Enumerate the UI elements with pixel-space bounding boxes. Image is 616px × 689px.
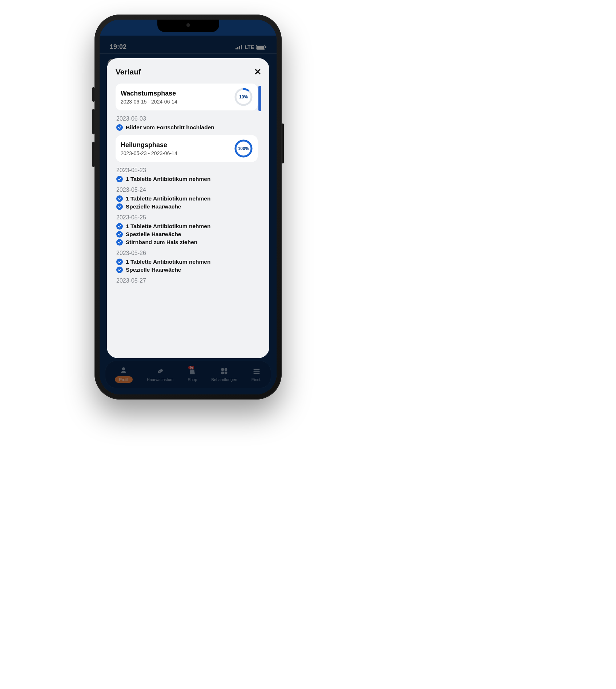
- task-label: Bilder vom Fortschritt hochladen: [126, 124, 214, 131]
- day-date: 2023-06-03: [116, 115, 258, 122]
- close-icon: ✕: [254, 67, 261, 77]
- check-icon: [116, 259, 123, 265]
- volume-button: [92, 87, 94, 102]
- day-date: 2023-05-23: [116, 167, 258, 174]
- task-row[interactable]: Spezielle Haarwäche: [116, 267, 258, 273]
- notch: [157, 20, 219, 32]
- modal-body[interactable]: Wachstumsphase 2023-06-15 - 2024-06-14 1…: [116, 84, 263, 354]
- scrollbar-thumb[interactable]: [258, 86, 261, 111]
- day-date: 2023-05-27: [116, 277, 258, 284]
- task-label: 1 Tablette Antibiotikum nehmen: [126, 176, 210, 182]
- phase-name: Wachstumsphase: [121, 90, 177, 97]
- day-date: 2023-05-26: [116, 250, 258, 256]
- task-row[interactable]: Stirnband zum Hals ziehen: [116, 239, 258, 246]
- volume-button: [92, 109, 94, 134]
- task-row[interactable]: Bilder vom Fortschritt hochladen: [116, 124, 258, 131]
- task-label: 1 Tablette Antibiotikum nehmen: [126, 195, 210, 202]
- task-row[interactable]: 1 Tablette Antibiotikum nehmen: [116, 223, 258, 230]
- day-block: 2023-05-26 1 Tablette Antibiotikum nehme…: [116, 250, 258, 273]
- check-icon: [116, 203, 123, 210]
- phase-info: Heilungsphase 2023-05-23 - 2023-06-14: [121, 141, 177, 156]
- task-label: 1 Tablette Antibiotikum nehmen: [126, 259, 210, 265]
- screen: 19:02 LTE: [100, 20, 277, 394]
- task-row[interactable]: 1 Tablette Antibiotikum nehmen: [116, 195, 258, 202]
- phase-dates: 2023-05-23 - 2023-06-14: [121, 150, 177, 156]
- volume-button: [92, 142, 94, 167]
- day-block: 2023-05-25 1 Tablette Antibiotikum nehme…: [116, 214, 258, 246]
- task-label: 1 Tablette Antibiotikum nehmen: [126, 223, 210, 230]
- task-label: Spezielle Haarwäche: [126, 203, 181, 210]
- task-row[interactable]: 1 Tablette Antibiotikum nehmen: [116, 176, 258, 182]
- check-icon: [116, 195, 123, 202]
- day-block: 2023-05-24 1 Tablette Antibiotikum nehme…: [116, 187, 258, 210]
- task-label: Spezielle Haarwäche: [126, 267, 181, 273]
- check-icon: [116, 176, 123, 182]
- check-icon: [116, 223, 123, 230]
- task-label: Spezielle Haarwäche: [126, 231, 181, 238]
- phase-card[interactable]: Wachstumsphase 2023-06-15 - 2024-06-14 1…: [116, 84, 258, 110]
- progress-label: 100%: [234, 139, 253, 158]
- close-button[interactable]: ✕: [253, 67, 263, 77]
- modal-header: Verlauf ✕: [116, 67, 263, 77]
- day-block: 2023-05-27: [116, 277, 258, 284]
- progress-ring: 100%: [234, 139, 253, 158]
- day-date: 2023-05-25: [116, 214, 258, 221]
- day-block: 2023-05-23 1 Tablette Antibiotikum nehme…: [116, 167, 258, 182]
- progress-ring: 10%: [234, 88, 253, 106]
- progress-label: 10%: [234, 88, 253, 106]
- phase-info: Wachstumsphase 2023-06-15 - 2024-06-14: [121, 90, 177, 105]
- task-row[interactable]: Spezielle Haarwäche: [116, 203, 258, 210]
- modal-title: Verlauf: [116, 68, 141, 76]
- check-icon: [116, 239, 123, 246]
- task-row[interactable]: 1 Tablette Antibiotikum nehmen: [116, 259, 258, 265]
- history-modal: Verlauf ✕ Wachstumsphase 2023-06-15 - 20…: [107, 58, 269, 358]
- task-row[interactable]: Spezielle Haarwäche: [116, 231, 258, 238]
- check-icon: [116, 124, 123, 131]
- phase-name: Heilungsphase: [121, 141, 177, 149]
- power-button: [282, 123, 284, 163]
- check-icon: [116, 231, 123, 238]
- phase-card[interactable]: Heilungsphase 2023-05-23 - 2023-06-14 10…: [116, 135, 258, 162]
- task-label: Stirnband zum Hals ziehen: [126, 239, 197, 246]
- phase-dates: 2023-06-15 - 2024-06-14: [121, 99, 177, 105]
- day-block: 2023-06-03 Bilder vom Fortschritt hochla…: [116, 115, 258, 131]
- day-date: 2023-05-24: [116, 187, 258, 193]
- phone-frame: 19:02 LTE: [94, 15, 282, 400]
- check-icon: [116, 267, 123, 273]
